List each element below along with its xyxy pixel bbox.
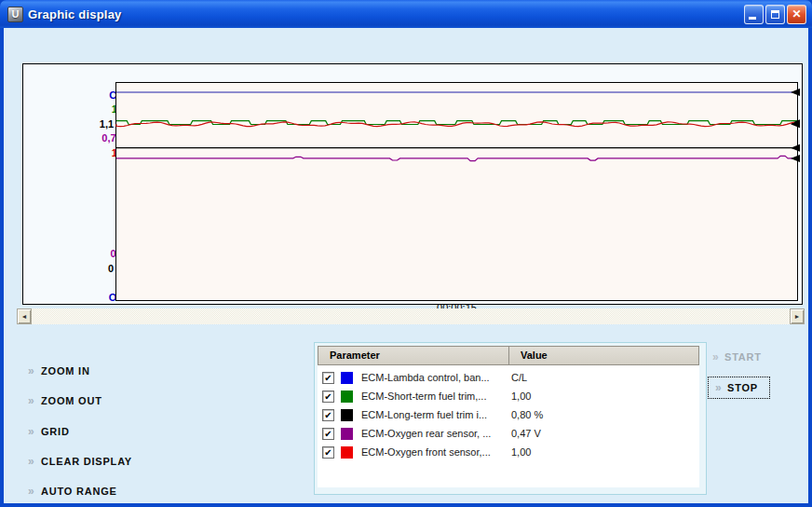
parameter-name: ECM-Lambda control, ban... — [361, 372, 511, 383]
chevron-icon: » — [712, 350, 724, 363]
series-color-swatch — [341, 391, 353, 403]
parameter-name: ECM-Short-term fuel trim,... — [361, 391, 511, 402]
column-header-parameter[interactable]: Parameter — [318, 347, 509, 364]
column-header-value[interactable]: Value — [509, 347, 698, 364]
stop-button[interactable]: » STOP — [708, 377, 770, 399]
row-checkbox[interactable]: ✔ — [322, 446, 334, 459]
table-rows: ✔ECM-Lambda control, ban...C/L✔ECM-Short… — [318, 365, 699, 487]
axis-label: 0 — [42, 233, 126, 247]
left-menu: »ZOOM IN»ZOOM OUT»GRID»CLEAR DISPLAY»AUT… — [28, 356, 132, 506]
window-title: Graphic display — [28, 7, 122, 21]
start-button[interactable]: » START — [712, 350, 762, 363]
parameter-table-panel: Parameter Value ✔ECM-Lambda control, ban… — [314, 342, 707, 495]
y-axis-top-labels: C/L1,21,1 %0,7 V1,2 — [42, 89, 126, 160]
close-window-button[interactable]: ✕ — [787, 5, 806, 24]
chevron-icon: » — [28, 364, 41, 377]
chevron-icon: » — [28, 485, 41, 498]
parameter-value: C/L — [511, 372, 527, 383]
menu-item-zoom-out[interactable]: »ZOOM OUT — [28, 386, 132, 416]
graphic-display-window: U Graphic display ✕ C/L1,21,1 %0,7 V1,2 … — [0, 0, 812, 507]
row-checkbox[interactable]: ✔ — [322, 409, 334, 421]
menu-item-zoom-in[interactable]: »ZOOM IN — [28, 356, 132, 386]
parameter-value: 1,00 — [511, 446, 531, 458]
client-area: C/L1,21,1 %0,7 V1,2 00 V0 %0O/L 00:00:15… — [4, 28, 808, 503]
plot-area[interactable] — [115, 82, 798, 301]
stop-button-label: STOP — [727, 382, 758, 393]
title-bar[interactable]: U Graphic display ✕ — [0, 0, 812, 28]
series-color-swatch — [341, 446, 353, 459]
axis-label: 0 — [42, 276, 126, 290]
row-checkbox[interactable]: ✔ — [322, 391, 334, 403]
axis-label: 1,2 — [42, 103, 126, 116]
series-color-swatch — [341, 428, 353, 440]
parameter-name: ECM-Oxygen front sensor,... — [361, 446, 511, 458]
table-row[interactable]: ✔ECM-Lambda control, ban...C/L — [318, 368, 699, 387]
table-row[interactable]: ✔ECM-Oxygen rear sensor, ...0,47 V — [318, 424, 699, 443]
scroll-left-button[interactable]: ◄ — [17, 308, 32, 324]
axis-label: 0 V — [42, 247, 126, 261]
app-icon: U — [7, 7, 23, 22]
menu-item-clear-display[interactable]: »CLEAR DISPLAY — [28, 446, 132, 476]
axis-label: 0,7 V — [42, 131, 126, 145]
menu-item-grid[interactable]: »GRID — [28, 417, 132, 446]
menu-item-label: CLEAR DISPLAY — [41, 456, 132, 467]
chevron-icon: » — [28, 394, 41, 407]
chevron-icon: » — [715, 381, 727, 394]
chevron-icon: » — [28, 425, 41, 438]
parameter-value: 1,00 — [511, 391, 531, 402]
table-row[interactable]: ✔ECM-Oxygen front sensor,...1,00 — [318, 443, 699, 461]
parameter-value: 0,80 % — [511, 409, 543, 420]
table-row[interactable]: ✔ECM-Short-term fuel trim,...1,00 — [318, 387, 699, 405]
axis-label: C/L — [42, 89, 126, 103]
menu-item-label: ZOOM IN — [41, 365, 90, 377]
y-axis-bottom-labels: 00 V0 %0O/L — [42, 233, 126, 305]
table-header-row: Parameter Value — [318, 346, 699, 365]
axis-label: 0 % — [42, 262, 126, 276]
minimize-button[interactable] — [744, 5, 764, 24]
axis-label: 1,2 — [42, 146, 126, 160]
parameter-name: ECM-Long-term fuel trim i... — [361, 409, 511, 420]
maximize-button[interactable] — [765, 5, 785, 24]
row-checkbox[interactable]: ✔ — [322, 372, 334, 384]
menu-item-auto-range[interactable]: »AUTO RANGE — [28, 476, 132, 506]
window-controls: ✕ — [744, 5, 806, 24]
series-color-swatch — [341, 372, 353, 384]
axis-label: O/L — [42, 291, 126, 305]
parameter-value: 0,47 V — [511, 428, 541, 439]
scroll-right-icon: ► — [794, 313, 801, 320]
app-icon-letter: U — [12, 8, 20, 20]
horizontal-scrollbar[interactable]: ◄ ► — [17, 308, 805, 324]
parameter-name: ECM-Oxygen rear sensor, ... — [361, 428, 511, 439]
scroll-right-button[interactable]: ► — [790, 308, 805, 324]
close-icon: ✕ — [792, 7, 801, 21]
series-color-swatch — [341, 409, 353, 421]
axis-label: 1,1 % — [42, 117, 126, 131]
menu-item-label: ZOOM OUT — [41, 395, 102, 406]
scroll-left-icon: ◄ — [21, 313, 28, 320]
table-row[interactable]: ✔ECM-Long-term fuel trim i...0,80 % — [318, 405, 699, 424]
maximize-icon — [771, 10, 779, 19]
plot-svg — [116, 83, 797, 300]
minimize-icon — [749, 17, 756, 20]
row-checkbox[interactable]: ✔ — [322, 428, 334, 440]
start-button-label: START — [724, 351, 762, 363]
menu-item-label: GRID — [41, 426, 70, 437]
chevron-icon: » — [28, 455, 41, 468]
scrollbar-track[interactable] — [32, 308, 790, 324]
chart-panel: C/L1,21,1 %0,7 V1,2 00 V0 %0O/L 00:00:15 — [22, 63, 803, 305]
menu-item-label: AUTO RANGE — [41, 486, 117, 497]
